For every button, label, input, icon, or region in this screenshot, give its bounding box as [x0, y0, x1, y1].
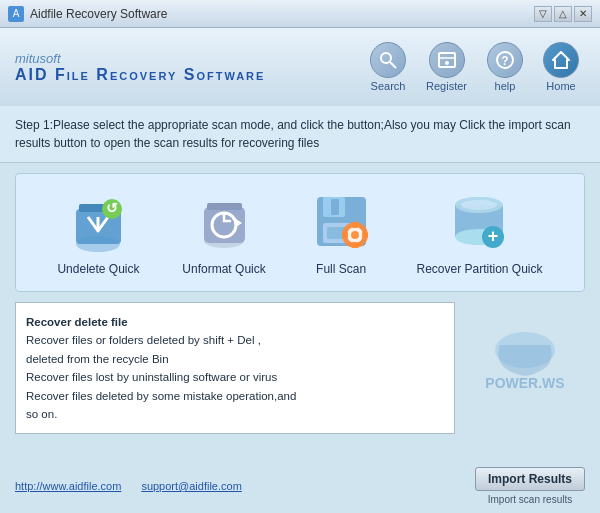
desc-line-2: Recover files or folders deleted by shif… [26, 331, 444, 349]
svg-text:↺: ↺ [106, 200, 118, 216]
undelete-quick-label: Undelete Quick [57, 262, 139, 276]
watermark-area: POWER.WS [465, 302, 585, 434]
register-button[interactable]: Register [420, 38, 473, 96]
svg-rect-16 [207, 203, 242, 210]
svg-rect-21 [331, 199, 339, 215]
desc-line-5: Recover files deleted by some mistake op… [26, 387, 444, 405]
full-scan-label: Full Scan [316, 262, 366, 276]
step-text-content: Step 1:Please select the appropriate sca… [15, 118, 571, 150]
maximize-button[interactable]: △ [554, 6, 572, 22]
import-results-button[interactable]: Import Results [475, 467, 585, 491]
step-instructions: Step 1:Please select the appropriate sca… [0, 106, 600, 163]
recover-partition-label: Recover Partition Quick [416, 262, 542, 276]
search-label: Search [371, 80, 406, 92]
toolbar: Search Register ? help Home [364, 38, 585, 96]
title-bar: A Aidfile Recovery Software ▽ △ ✕ [0, 0, 600, 28]
window-title: Aidfile Recovery Software [30, 7, 167, 21]
svg-rect-27 [352, 222, 358, 228]
recover-partition-icon: + [447, 189, 512, 254]
full-scan-icon [309, 189, 374, 254]
window-controls[interactable]: ▽ △ ✕ [534, 6, 592, 22]
minimize-button[interactable]: ▽ [534, 6, 552, 22]
svg-point-35 [461, 200, 497, 210]
help-button[interactable]: ? help [481, 38, 529, 96]
app-icon: A [8, 6, 24, 22]
svg-text:+: + [488, 226, 499, 246]
product-name: AID File Recovery Software [15, 66, 265, 84]
scan-options-area: ↺ Undelete Quick Unformat Quick [15, 173, 585, 292]
home-label: Home [546, 80, 575, 92]
search-icon [370, 42, 406, 78]
desc-line-1: Recover delete file [26, 313, 444, 331]
register-icon [429, 42, 465, 78]
search-button[interactable]: Search [364, 38, 412, 96]
unformat-quick-label: Unformat Quick [182, 262, 265, 276]
email-link[interactable]: support@aidfile.com [141, 480, 241, 492]
logo-area: mitusoft AID File Recovery Software [15, 51, 265, 84]
svg-line-1 [390, 62, 396, 68]
help-icon: ? [487, 42, 523, 78]
description-area: Recover delete file Recover files or fol… [15, 302, 585, 434]
svg-point-26 [351, 231, 359, 239]
brand-name: mitusoft [15, 51, 265, 66]
title-bar-left: A Aidfile Recovery Software [8, 6, 167, 22]
full-scan-option[interactable]: Full Scan [309, 189, 374, 276]
undelete-quick-option[interactable]: ↺ Undelete Quick [57, 189, 139, 276]
desc-line-3: deleted from the recycle Bin [26, 350, 444, 368]
svg-marker-7 [553, 52, 569, 68]
recover-partition-option[interactable]: + Recover Partition Quick [416, 189, 542, 276]
bottom-links: http://www.aidfile.com support@aidfile.c… [15, 480, 242, 492]
import-results-area: Import Results Import scan results [475, 467, 585, 505]
main-container: mitusoft AID File Recovery Software Sear… [0, 28, 600, 513]
website-link[interactable]: http://www.aidfile.com [15, 480, 121, 492]
unformat-quick-option[interactable]: Unformat Quick [182, 189, 265, 276]
desc-line-4: Recover files lost by uninstalling softw… [26, 368, 444, 386]
bottom-bar: http://www.aidfile.com support@aidfile.c… [0, 459, 600, 513]
svg-rect-30 [362, 232, 368, 238]
svg-rect-29 [342, 232, 348, 238]
svg-rect-28 [352, 242, 358, 248]
svg-text:POWER.WS: POWER.WS [485, 375, 564, 391]
register-label: Register [426, 80, 467, 92]
home-icon [543, 42, 579, 78]
watermark-logo: POWER.WS [470, 330, 580, 406]
import-sublabel: Import scan results [488, 494, 572, 505]
undelete-quick-icon: ↺ [66, 189, 131, 254]
desc-line-6: so on. [26, 405, 444, 423]
home-button[interactable]: Home [537, 38, 585, 96]
unformat-quick-icon [192, 189, 257, 254]
svg-text:?: ? [501, 54, 508, 68]
help-label: help [495, 80, 516, 92]
description-text-box: Recover delete file Recover files or fol… [15, 302, 455, 434]
svg-point-0 [381, 53, 391, 63]
svg-point-4 [445, 61, 449, 65]
close-button[interactable]: ✕ [574, 6, 592, 22]
header-section: mitusoft AID File Recovery Software Sear… [0, 28, 600, 106]
